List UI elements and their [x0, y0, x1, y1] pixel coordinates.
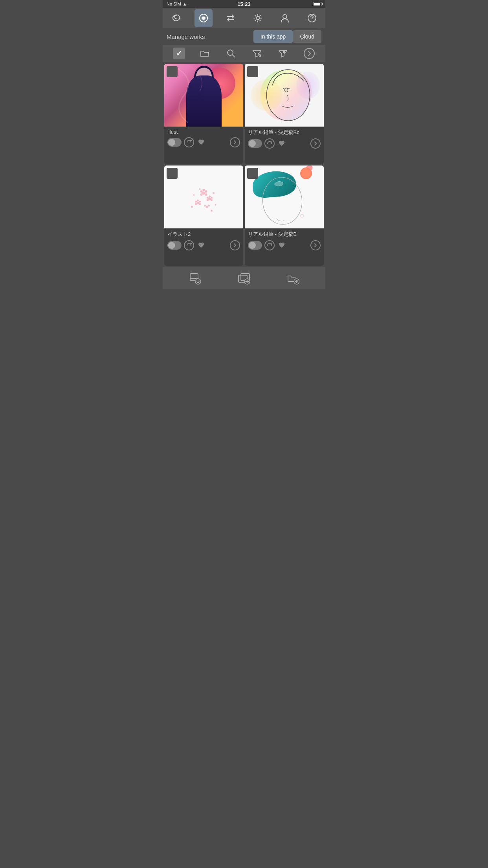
- import-button[interactable]: [182, 270, 207, 286]
- artwork-card-illust: illust: [164, 64, 243, 164]
- heart-illust[interactable]: [196, 138, 206, 147]
- heart-filter-icon: [278, 48, 288, 59]
- art4-bird: [259, 174, 298, 196]
- refresh-icon-3: [186, 243, 192, 248]
- card-info-real-bc: リアル鉛筆 - 決定稿Bc: [245, 127, 324, 150]
- checkbox-checked: ✓: [173, 48, 185, 59]
- detail-illust[interactable]: [230, 137, 240, 147]
- search-icon: [226, 48, 236, 59]
- heart-icon-2: [278, 140, 285, 147]
- svg-point-18: [209, 196, 211, 198]
- svg-point-8: [285, 88, 288, 92]
- heart-illust2[interactable]: [196, 241, 206, 250]
- wifi-icon: ▲: [183, 2, 187, 6]
- heart-icon-3: [198, 242, 205, 249]
- svg-point-2: [256, 17, 259, 20]
- add-image-icon: [238, 272, 250, 285]
- transfer-button[interactable]: [222, 9, 240, 27]
- more-circle-button[interactable]: [304, 48, 315, 59]
- carrier-info: No SIM ▲: [167, 2, 187, 6]
- export-folder-button[interactable]: [281, 270, 306, 286]
- bottom-toolbar: [163, 267, 325, 289]
- svg-point-10: [200, 190, 203, 193]
- card-title-real-b: リアル鉛筆 - 決定稿B: [248, 231, 321, 238]
- profile-button[interactable]: [276, 9, 294, 27]
- refresh-icon-4: [267, 243, 272, 248]
- artwork-card-real-bc: リアル鉛筆 - 決定稿Bc: [245, 64, 324, 164]
- works-toolbar: ✓: [163, 45, 325, 62]
- svg-point-13: [200, 193, 203, 196]
- svg-point-1: [202, 17, 205, 19]
- add-image-button[interactable]: [231, 270, 257, 286]
- battery-icon: [313, 2, 321, 6]
- export-folder-icon: [287, 272, 299, 285]
- svg-point-37: [301, 214, 304, 217]
- svg-point-15: [208, 198, 211, 200]
- refresh-illust2[interactable]: [184, 240, 194, 250]
- filter-button[interactable]: [249, 46, 265, 61]
- favorite-filter-button[interactable]: [275, 46, 291, 61]
- card-info-illust2: イラスト2: [164, 228, 243, 252]
- svg-point-26: [199, 203, 201, 205]
- svg-point-5: [312, 20, 312, 20]
- card-checkbox-illust[interactable]: [167, 66, 178, 77]
- detail-real-bc[interactable]: [310, 138, 321, 149]
- toggle-illust2[interactable]: [167, 241, 182, 250]
- chevron-right-icon-3: [233, 243, 237, 248]
- svg-point-32: [215, 204, 216, 206]
- card-checkbox-real-bc[interactable]: [247, 66, 258, 77]
- select-all-button[interactable]: ✓: [171, 46, 187, 61]
- checkmark-icon: ✓: [176, 49, 182, 58]
- svg-point-11: [205, 190, 207, 193]
- more-button[interactable]: [301, 46, 317, 61]
- refresh-illust[interactable]: [184, 137, 194, 147]
- folder-button[interactable]: [197, 46, 213, 61]
- toggle-real-bc[interactable]: [248, 139, 262, 148]
- detail-illust2[interactable]: [230, 240, 240, 250]
- person-icon: [279, 13, 290, 24]
- top-navigation: [163, 8, 325, 28]
- manage-works-title: Manage works: [167, 33, 253, 40]
- chevron-right-icon-4: [313, 243, 318, 248]
- svg-point-28: [204, 205, 206, 207]
- artwork-card-illust2: イラスト2: [164, 166, 243, 266]
- toggle-real-b[interactable]: [248, 241, 262, 250]
- svg-point-19: [207, 199, 209, 201]
- card-actions-illust: [167, 137, 240, 147]
- card-checkbox-illust2[interactable]: [167, 168, 178, 179]
- in-this-app-tab[interactable]: In this app: [253, 30, 293, 43]
- svg-point-27: [206, 206, 208, 208]
- svg-point-31: [193, 194, 195, 196]
- detail-real-b[interactable]: [310, 240, 321, 250]
- svg-point-20: [211, 199, 213, 201]
- app-logo-button[interactable]: [194, 9, 213, 27]
- card-title-illust2: イラスト2: [167, 231, 240, 238]
- card-info-illust: illust: [164, 127, 243, 149]
- lasso-tool-button[interactable]: [167, 9, 185, 27]
- app-logo-icon: [198, 13, 209, 24]
- artworks-grid: illust: [163, 62, 325, 267]
- card-checkbox-real-b[interactable]: [247, 168, 258, 179]
- chevron-right-icon: [306, 51, 312, 56]
- svg-point-25: [195, 203, 197, 205]
- heart-icon: [198, 139, 205, 146]
- folder-icon: [200, 48, 210, 59]
- cloud-tab[interactable]: Cloud: [293, 30, 321, 43]
- svg-point-34: [199, 188, 201, 190]
- refresh-real-b[interactable]: [264, 240, 275, 250]
- search-button[interactable]: [223, 46, 239, 61]
- svg-point-33: [191, 206, 193, 208]
- battery-info: [313, 2, 321, 6]
- card-info-real-b: リアル鉛筆 - 決定稿B: [245, 228, 324, 252]
- svg-point-21: [197, 202, 199, 204]
- refresh-real-bc[interactable]: [264, 138, 275, 149]
- svg-point-22: [195, 201, 197, 203]
- heart-real-bc[interactable]: [277, 139, 286, 148]
- filter-icon: [252, 48, 262, 59]
- toggle-illust[interactable]: [167, 138, 182, 147]
- import-icon: [189, 272, 201, 285]
- svg-point-7: [267, 70, 310, 121]
- help-button[interactable]: [303, 9, 321, 27]
- settings-button[interactable]: [249, 9, 267, 27]
- heart-real-b[interactable]: [277, 241, 286, 250]
